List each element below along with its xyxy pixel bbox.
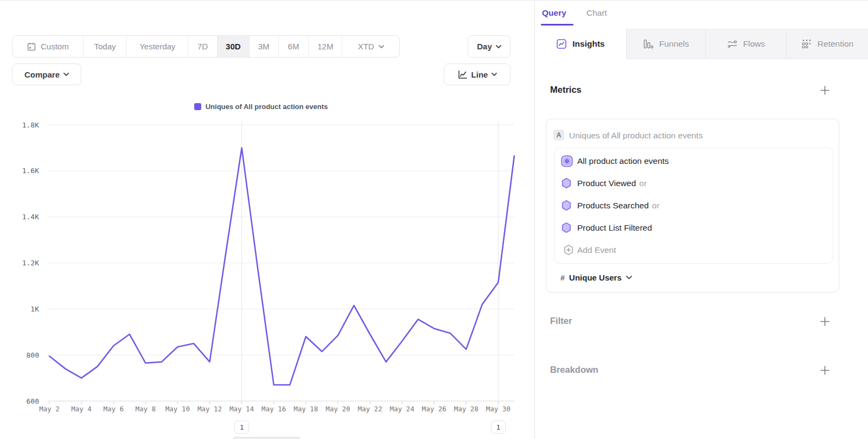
tab-query-label: Query <box>542 8 566 17</box>
tab-flows-label: Flows <box>743 39 765 49</box>
metrics-heading: Metrics <box>550 85 582 95</box>
hash-icon: # <box>560 273 565 282</box>
add-event-button[interactable]: Add Event <box>554 239 833 261</box>
active-tab-underline <box>541 24 573 26</box>
x-axis-label: May 14 <box>229 405 254 413</box>
event-label: Products Searchedor <box>577 201 660 211</box>
x-axis-label: May 16 <box>261 405 286 413</box>
event-name: Product Viewed <box>577 179 636 188</box>
x-axis-label: May 10 <box>165 405 190 413</box>
x-axis-label: May 26 <box>422 405 446 413</box>
event-label: Product Viewedor <box>577 179 647 188</box>
tab-retention-label: Retention <box>818 39 853 49</box>
tab-chart[interactable]: Chart <box>586 8 607 18</box>
aggregation-dropdown[interactable]: # Unique Users <box>560 273 632 282</box>
chevron-down-icon <box>626 276 632 279</box>
aggregation-label: Unique Users <box>569 273 622 282</box>
add-event-icon <box>563 244 574 256</box>
tab-query[interactable]: Query <box>542 8 566 18</box>
x-axis-label: May 24 <box>390 405 414 413</box>
y-axis-label: 1K <box>30 305 39 313</box>
event-label: Product List Filtered <box>577 223 652 233</box>
event-or-suffix: or <box>639 179 647 188</box>
filter-heading: Filter <box>550 316 572 326</box>
event-label: All product action events <box>577 156 669 166</box>
x-axis-label: May 18 <box>293 405 318 413</box>
x-axis-label: May 30 <box>486 405 510 413</box>
annotation-marker[interactable]: 1 <box>234 421 249 434</box>
x-axis-label: May 8 <box>135 405 156 413</box>
tab-funnels[interactable]: Funnels <box>627 29 706 59</box>
tab-funnels-label: Funnels <box>659 39 689 49</box>
cropped-tooltip <box>233 437 301 439</box>
hexagon-icon <box>561 222 572 233</box>
x-axis-label: May 22 <box>358 405 382 413</box>
retention-icon <box>801 39 812 49</box>
line-chart[interactable]: 6008001K1.2K1.4K1.6K1.8KMay 2May 4May 6M… <box>0 1 534 439</box>
hexagon-icon <box>561 200 572 211</box>
event-group: All product action events Product Viewed… <box>554 148 833 264</box>
tab-chart-label: Chart <box>586 8 607 17</box>
event-group-icon <box>561 155 573 167</box>
y-axis-label: 1.6K <box>22 167 39 175</box>
y-axis-label: 1.2K <box>22 259 39 267</box>
event-row-products-searched[interactable]: Products Searchedor <box>554 194 833 217</box>
add-filter-button[interactable] <box>819 316 830 327</box>
y-axis-label: 1.4K <box>22 213 39 221</box>
metric-card: A Uniques of All product action events A… <box>546 119 839 292</box>
event-name: Products Searched <box>577 201 649 210</box>
metric-series-badge: A <box>553 130 564 141</box>
tab-flows[interactable]: Flows <box>706 29 787 59</box>
x-axis-label: May 28 <box>454 405 478 413</box>
breakdown-heading: Breakdown <box>550 365 598 375</box>
tab-retention[interactable]: Retention <box>787 29 868 59</box>
query-builder-panel: Query Chart Insights Funnels <box>534 1 868 439</box>
y-axis-label: 600 <box>27 397 39 405</box>
add-event-label: Add Event <box>577 245 616 255</box>
x-axis-label: May 4 <box>71 405 92 413</box>
tab-insights-label: Insights <box>572 39 604 49</box>
event-or-suffix: or <box>652 201 660 210</box>
x-axis-label: May 2 <box>39 405 60 413</box>
flows-icon <box>727 39 738 49</box>
metric-series-label: Uniques of All product action events <box>569 131 703 141</box>
funnels-icon <box>643 39 654 49</box>
x-axis-label: May 12 <box>197 405 222 413</box>
y-axis-label: 1.8K <box>22 121 39 129</box>
x-axis-label: May 20 <box>326 405 350 413</box>
event-row-product-viewed[interactable]: Product Viewedor <box>554 172 833 194</box>
event-row-product-list-filtered[interactable]: Product List Filtered <box>554 217 833 239</box>
y-axis-label: 800 <box>27 351 39 359</box>
annotation-marker[interactable]: 1 <box>491 421 506 434</box>
series-line[interactable] <box>49 148 514 385</box>
add-metric-button[interactable] <box>819 85 830 96</box>
insights-icon <box>556 39 567 49</box>
hexagon-icon <box>561 177 572 189</box>
tab-insights[interactable]: Insights <box>535 29 627 59</box>
event-row-all-product-action-events[interactable]: All product action events <box>554 150 833 172</box>
x-axis-label: May 6 <box>103 405 124 413</box>
add-breakdown-button[interactable] <box>819 365 830 376</box>
